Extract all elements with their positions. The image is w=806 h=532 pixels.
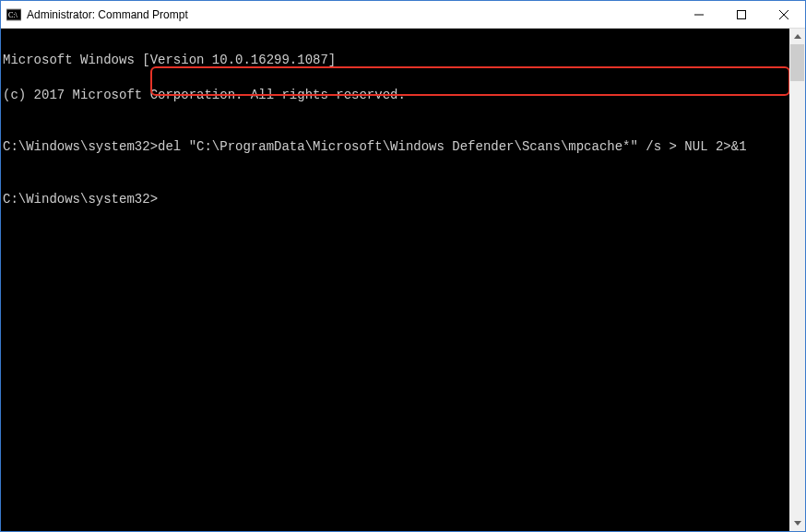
svg-rect-3: [738, 10, 746, 18]
prompt-command: del "C:\ProgramData\Microsoft\Windows De…: [158, 139, 747, 154]
svg-text:C:\: C:\: [8, 11, 18, 19]
terminal-line: (c) 2017 Microsoft Corporation. All righ…: [3, 87, 784, 104]
cmd-icon: C:\: [6, 7, 21, 22]
svg-marker-7: [794, 521, 801, 526]
command-prompt-window: C:\ Administrator: Command Prompt Micros…: [0, 0, 806, 532]
scroll-track[interactable]: [789, 44, 805, 515]
svg-marker-6: [794, 34, 801, 39]
titlebar[interactable]: C:\ Administrator: Command Prompt: [1, 1, 805, 29]
terminal-prompt-line: C:\Windows\system32>del "C:\ProgramData\…: [3, 138, 784, 156]
minimize-button[interactable]: [678, 1, 720, 28]
terminal-output[interactable]: Microsoft Windows [Version 10.0.16299.10…: [1, 29, 789, 531]
prompt-prefix: C:\Windows\system32>: [3, 139, 158, 154]
window-title: Administrator: Command Prompt: [27, 8, 188, 21]
terminal-prompt-line: C:\Windows\system32>: [3, 191, 784, 208]
vertical-scrollbar[interactable]: [789, 29, 805, 531]
maximize-button[interactable]: [720, 1, 763, 28]
window-controls: [678, 1, 805, 28]
scroll-down-arrow[interactable]: [789, 515, 805, 531]
close-button[interactable]: [763, 1, 805, 28]
scroll-up-arrow[interactable]: [789, 29, 805, 44]
terminal-line: Microsoft Windows [Version 10.0.16299.10…: [3, 52, 784, 69]
prompt-prefix: C:\Windows\system32>: [3, 192, 158, 207]
scroll-thumb[interactable]: [790, 44, 804, 81]
terminal-body: Microsoft Windows [Version 10.0.16299.10…: [1, 29, 805, 531]
